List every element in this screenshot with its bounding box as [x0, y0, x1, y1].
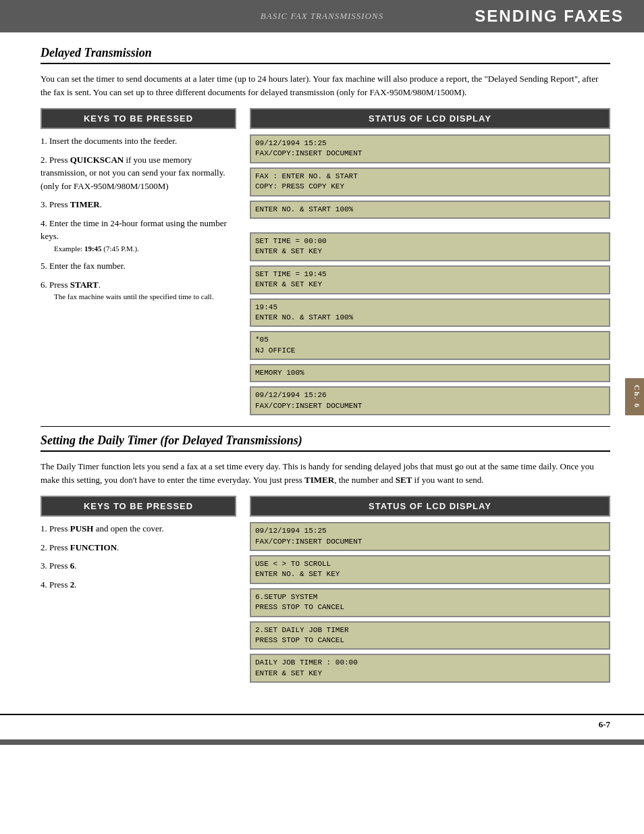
lcd-spacer — [250, 223, 610, 232]
page-number-text: 6-7 — [599, 719, 610, 729]
page-wrapper: BASIC FAX TRANSMISSIONS SENDING FAXES Ch… — [0, 0, 644, 834]
status-header-1: STATUS OF LCD DISPLAY — [250, 108, 610, 129]
lcd-1-6: 19:45 ENTER NO. & START 100% — [250, 298, 610, 328]
step-2-4: 4. Press 2. — [41, 578, 236, 592]
section1-right: STATUS OF LCD DISPLAY 09/12/1994 15:25 F… — [250, 108, 610, 419]
header-bar: BASIC FAX TRANSMISSIONS SENDING FAXES — [0, 0, 644, 32]
header-title: SENDING FAXES — [475, 7, 624, 26]
step-2-3-text: 3. Press 6. — [41, 561, 76, 571]
step-2-4-text: 4. Press 2. — [41, 579, 76, 590]
lcd-1-4: SET TIME = 00:00 ENTER & SET KEY — [250, 232, 610, 261]
step-1-1-num: 1. Insert the documents into the feeder. — [41, 136, 177, 146]
keys-header-2: KEYS TO BE PRESSED — [41, 496, 236, 517]
section1-body: You can set the timer to send documents … — [41, 72, 610, 99]
step-2-1: 1. Press PUSH and open the cover. — [41, 522, 236, 536]
section2-heading: Setting the Daily Timer (for Delayed Tra… — [41, 434, 610, 452]
step-1-5-text: 5. Enter the fax number. — [41, 261, 126, 271]
section2-right: STATUS OF LCD DISPLAY 09/12/1994 15:25 F… — [250, 496, 610, 687]
step-1-2-text: 2. Press QUICKSCAN if you use memory tra… — [41, 155, 225, 191]
step-2-2-text: 2. Press FUNCTION. — [41, 542, 119, 552]
lcd-2-2: USE < > TO SCROLL ENTER NO. & SET KEY — [250, 555, 610, 584]
section2-left: KEYS TO BE PRESSED 1. Press PUSH and ope… — [41, 496, 236, 687]
step-2-2: 2. Press FUNCTION. — [41, 541, 236, 554]
step-2-1-text: 1. Press PUSH and open the cover. — [41, 523, 164, 533]
status-header-2: STATUS OF LCD DISPLAY — [250, 496, 610, 517]
lcd-1-9: 09/12/1994 15:26 FAX/COPY:INSERT DOCUMEN… — [250, 386, 610, 415]
step-1-4-note: Example: 19:45 (7:45 P.M.). — [54, 243, 236, 255]
keys-header-1: KEYS TO BE PRESSED — [41, 108, 236, 129]
header-subtitle: BASIC FAX TRANSMISSIONS — [261, 11, 383, 22]
section1-twocol: KEYS TO BE PRESSED 1. Insert the documen… — [41, 108, 610, 419]
step-1-2: 2. Press QUICKSCAN if you use memory tra… — [41, 153, 236, 193]
lcd-2-3: 6.SETUP SYSTEM PRESS STOP TO CANCEL — [250, 588, 610, 617]
step-1-5: 5. Enter the fax number. — [41, 259, 236, 273]
lcd-1-2: FAX : ENTER NO. & START COPY: PRESS COPY… — [250, 167, 610, 197]
lcd-2-5: DAILY JOB TIMER : 00:00 ENTER & SET KEY — [250, 654, 610, 683]
section1-heading: Delayed Transmission — [41, 46, 610, 64]
lcd-1-7: *05 NJ OFFICE — [250, 331, 610, 360]
lcd-1-8: MEMORY 100% — [250, 364, 610, 382]
lcd-1-1: 09/12/1994 15:25 FAX/COPY:INSERT DOCUMEN… — [250, 134, 610, 163]
page-number: 6-7 — [0, 714, 644, 737]
section2-body: The Daily Timer function lets you send a… — [41, 460, 610, 486]
divider-1 — [41, 426, 610, 427]
step-1-1: 1. Insert the documents into the feeder. — [41, 134, 236, 148]
step-1-3-text: 3. Press TIMER. — [41, 199, 102, 209]
section2-twocol: KEYS TO BE PRESSED 1. Press PUSH and ope… — [41, 496, 610, 687]
step-1-4: 4. Enter the time in 24-hour format usin… — [41, 217, 236, 255]
step-1-4-text: 4. Enter the time in 24-hour format usin… — [41, 218, 227, 242]
lcd-1-5: SET TIME = 19:45 ENTER & SET KEY — [250, 265, 610, 294]
bottom-bar — [0, 739, 644, 745]
step-1-3: 3. Press TIMER. — [41, 198, 236, 211]
step-1-6-text: 6. Press START. — [41, 280, 101, 290]
step-1-6-note: The fax machine waits until the specifie… — [54, 291, 236, 303]
lcd-1-3: ENTER NO. & START 100% — [250, 201, 610, 219]
step-1-6: 6. Press START. The fax machine waits un… — [41, 278, 236, 303]
lcd-2-4: 2.SET DAILY JOB TIMER PRESS STOP TO CANC… — [250, 621, 610, 650]
section1-left: KEYS TO BE PRESSED 1. Insert the documen… — [41, 108, 236, 419]
main-content: Delayed Transmission You can set the tim… — [0, 32, 644, 707]
chapter-tab: Ch. 6 — [625, 378, 644, 415]
lcd-2-1: 09/12/1994 15:25 FAX/COPY:INSERT DOCUMEN… — [250, 522, 610, 551]
step-2-3: 3. Press 6. — [41, 559, 236, 573]
